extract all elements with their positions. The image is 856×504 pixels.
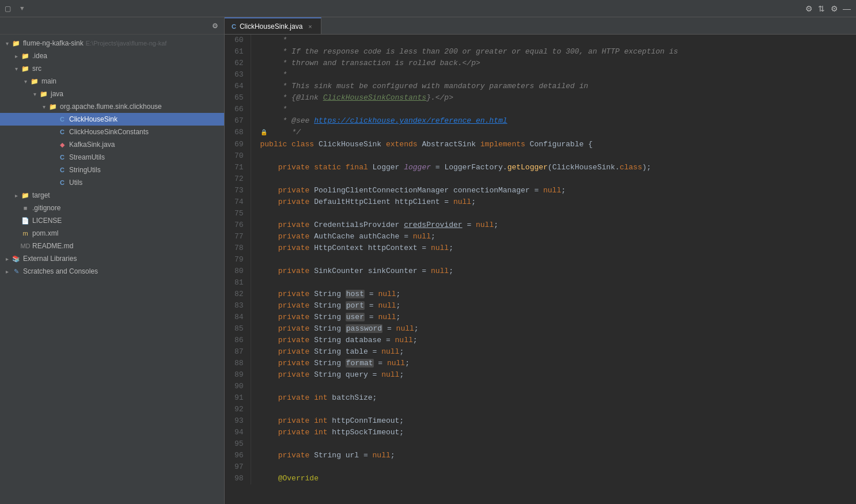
- line-content: [251, 404, 856, 415]
- line-number: 62: [225, 58, 251, 69]
- line-content: private String table = null;: [251, 346, 856, 358]
- line-number: 71: [225, 162, 251, 173]
- line-content: * {@link ClickHouseSinkConstants}.</p>: [251, 92, 856, 104]
- line-number: 61: [225, 46, 251, 58]
- line-content: private String url = null;: [251, 450, 856, 461]
- sidebar-item-target[interactable]: ▸📁target: [0, 189, 224, 202]
- file-icon: C: [58, 165, 67, 175]
- line-number: 63: [225, 69, 251, 81]
- sidebar-item-pkg[interactable]: ▾📁org.apache.flume.sink.clickhouse: [0, 100, 224, 113]
- table-row: 78 private HttpContext httpContext = nul…: [225, 242, 856, 254]
- tree-label: StringUtils: [69, 166, 101, 174]
- title-bar-dropdown[interactable]: ▼: [20, 5, 24, 12]
- line-number: 60: [225, 35, 251, 46]
- table-row: 68🔒 */: [225, 127, 856, 139]
- sidebar-item-src[interactable]: ▾📁src: [0, 62, 224, 75]
- tree-arrow: ▾: [39, 104, 48, 110]
- file-icon: 📁: [30, 77, 39, 86]
- tree-label: .idea: [32, 52, 47, 60]
- line-content: private int batchSize;: [251, 392, 856, 404]
- sidebar-item-extlibs[interactable]: ▸📚External Libraries: [0, 252, 224, 265]
- line-number: 77: [225, 231, 251, 242]
- tree-label: StreamUtils: [69, 153, 105, 161]
- sidebar-item-main[interactable]: ▾📁main: [0, 75, 224, 88]
- line-content: * thrown and transaction is rolled back.…: [251, 58, 856, 69]
- tree-extra: E:\Projects\java\flume-ng-kaf: [86, 40, 167, 47]
- sidebar-item-gitignore[interactable]: ■.gitignore: [0, 202, 224, 214]
- file-icon: 📄: [21, 216, 30, 225]
- line-number: 78: [225, 242, 251, 254]
- file-icon: ◆: [58, 140, 67, 149]
- sidebar-item-streamutils[interactable]: CStreamUtils: [0, 151, 224, 164]
- tree-label: main: [41, 77, 56, 85]
- collapse-button[interactable]: ⇅: [817, 4, 826, 13]
- line-number: 64: [225, 81, 251, 92]
- file-icon: 📁: [21, 51, 30, 60]
- line-number: 72: [225, 173, 251, 185]
- table-row: 65 * {@link ClickHouseSinkConstants}.</p…: [225, 92, 856, 104]
- tree-label: ClickHouseSink: [69, 115, 118, 123]
- sidebar-item-stringutils[interactable]: CStringUtils: [0, 164, 224, 176]
- sidebar-item-utils[interactable]: CUtils: [0, 176, 224, 189]
- tab-close-button[interactable]: ×: [306, 22, 314, 31]
- code-editor[interactable]: 60 *61 * If the response code is less th…: [225, 35, 856, 504]
- table-row: 95: [225, 438, 856, 450]
- tree-arrow: ▾: [30, 91, 39, 97]
- table-row: 62 * thrown and transaction is rolled ba…: [225, 58, 856, 69]
- table-row: 72: [225, 173, 856, 185]
- sidebar-item-idea[interactable]: ▸📁.idea: [0, 50, 224, 62]
- table-row: 91 private int batchSize;: [225, 392, 856, 404]
- tree-arrow: ▸: [12, 53, 21, 59]
- line-number: 81: [225, 277, 251, 289]
- line-number: 85: [225, 323, 251, 335]
- table-row: 81: [225, 277, 856, 289]
- line-content: * This sink must be configured with mand…: [251, 81, 856, 92]
- tree-arrow: ▾: [21, 78, 30, 85]
- settings-button[interactable]: ⚙: [804, 4, 813, 13]
- table-row: 92: [225, 404, 856, 415]
- minimize-button[interactable]: —: [842, 4, 851, 13]
- sidebar-item-clickhousesinkconstants[interactable]: CClickHouseSinkConstants: [0, 126, 224, 138]
- line-number: 67: [225, 115, 251, 127]
- sidebar-item-pomxml[interactable]: mpom.xml: [0, 227, 224, 240]
- table-row: 89 private String query = null;: [225, 369, 856, 381]
- line-number: 92: [225, 404, 251, 415]
- sidebar-item-root[interactable]: ▾📁flume-ng-kafka-sinkE:\Projects\java\fl…: [0, 37, 224, 50]
- line-content: private DefaultHttpClient httpClient = n…: [251, 196, 856, 208]
- line-number: 91: [225, 392, 251, 404]
- line-content: *: [251, 69, 856, 81]
- line-content: private int httpSockTimeout;: [251, 427, 856, 438]
- tree-label: org.apache.flume.sink.clickhouse: [60, 103, 162, 111]
- line-number: 74: [225, 196, 251, 208]
- sidebar-item-readmemd[interactable]: MDREADME.md: [0, 240, 224, 252]
- sidebar-item-scratches[interactable]: ▸✎Scratches and Consoles: [0, 265, 224, 278]
- line-number: 88: [225, 358, 251, 369]
- title-bar: ▢ ▼ ⚙ ⇅ ⚙ —: [0, 0, 856, 17]
- line-number: 68: [225, 127, 251, 139]
- table-row: 70: [225, 150, 856, 162]
- tree-label: ClickHouseSinkConstants: [69, 128, 149, 136]
- tab-clickhousesink[interactable]: C ClickHouseSink.java ×: [225, 17, 321, 34]
- table-row: 85 private String password = null;: [225, 323, 856, 335]
- line-number: 73: [225, 185, 251, 196]
- table-row: 61 * If the response code is less than 2…: [225, 46, 856, 58]
- line-number: 66: [225, 104, 251, 115]
- line-number: 65: [225, 92, 251, 104]
- line-content: public class ClickHouseSink extends Abst…: [251, 139, 856, 150]
- sidebar-item-license[interactable]: 📄LICENSE: [0, 214, 224, 227]
- table-row: 73 private PoolingClientConnectionManage…: [225, 185, 856, 196]
- sidebar-item-kafkasink[interactable]: ◆KafkaSink.java: [0, 138, 224, 151]
- sidebar-header-actions: ⚙: [210, 21, 219, 31]
- table-row: 98 @Override: [225, 473, 856, 484]
- file-icon: C: [58, 115, 67, 124]
- editor-area: C ClickHouseSink.java × 60 *61 * If the …: [225, 17, 856, 504]
- line-number: 97: [225, 461, 251, 473]
- line-number: 82: [225, 289, 251, 300]
- main-container: ⚙ ▾📁flume-ng-kafka-sinkE:\Projects\java\…: [0, 17, 856, 504]
- line-number: 87: [225, 346, 251, 358]
- sidebar-item-java[interactable]: ▾📁java: [0, 88, 224, 100]
- sidebar-item-clickhousesink[interactable]: CClickHouseSink: [0, 113, 224, 126]
- gear-button[interactable]: ⚙: [830, 4, 839, 13]
- sidebar-settings-button[interactable]: ⚙: [210, 21, 219, 31]
- line-content: [251, 254, 856, 266]
